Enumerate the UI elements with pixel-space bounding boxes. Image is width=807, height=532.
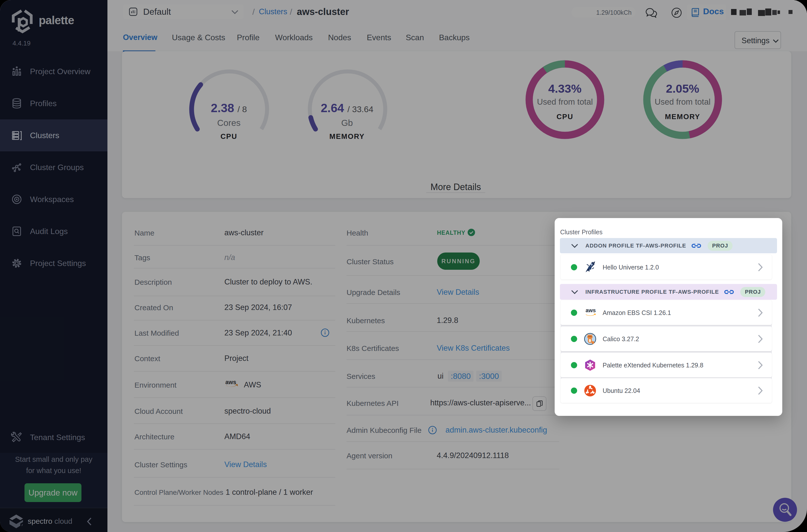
svg-text:aws: aws [586,307,596,314]
